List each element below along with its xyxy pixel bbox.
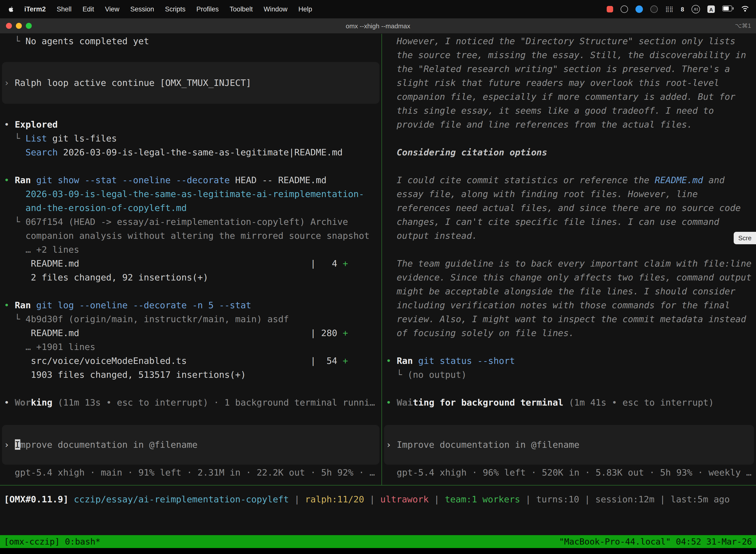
text-segment <box>4 189 25 199</box>
menu-item-shell[interactable]: Shell <box>51 5 77 13</box>
menu-item-window[interactable]: Window <box>258 5 293 13</box>
omx-status-line: [OMX#0.11.9] cczip/essay/ai-reimplementa… <box>0 492 756 506</box>
text-segment: README.md | 280 <box>4 328 342 338</box>
terminal-line: 1903 files changed, 513517 insertions(+) <box>0 368 381 382</box>
text-segment: └ <box>4 36 25 46</box>
text-segment: git status --short <box>418 355 515 366</box>
spacer <box>0 104 381 118</box>
prompt-chevron: › <box>386 439 397 450</box>
spacer <box>0 284 381 298</box>
text-segment: | <box>429 494 445 504</box>
terminal-pane-right[interactable]: However, I noticed the "Directory Struct… <box>382 34 756 485</box>
text-segment <box>563 397 569 407</box>
battery-percent-icon[interactable]: .61 <box>692 5 700 13</box>
menu-item-edit[interactable]: Edit <box>77 5 100 13</box>
menu-item-scripts[interactable]: Scripts <box>160 5 191 13</box>
menu-extra-dark-app-icon[interactable] <box>650 5 658 13</box>
text-segment: git ls-files <box>47 133 117 144</box>
spacer <box>382 382 756 396</box>
menu-extra-ring-icon[interactable] <box>621 5 628 13</box>
menu-item-view[interactable]: View <box>100 5 125 13</box>
inject-banner: › Ralph loop active continue [OMX_TMUX_I… <box>2 62 379 104</box>
terminal-line: The team guideline is to back every impo… <box>382 257 756 271</box>
text-segment: 2026-03-09-is-legal-the-same-as-legitima… <box>25 189 364 199</box>
keyboard-layout-icon[interactable]: A <box>707 5 715 13</box>
screen-recording-indicator-icon[interactable] <box>607 6 613 12</box>
text-segment: The team guideline is to back every impo… <box>386 258 752 269</box>
terminal-line: including verification notes with those … <box>382 298 756 312</box>
terminal-line: companion analysis without altering the … <box>0 229 381 243</box>
battery-icon[interactable] <box>722 5 734 13</box>
terminal-line: └ (no output) <box>382 368 756 382</box>
menu-item-help[interactable]: Help <box>293 5 318 13</box>
menu-item-session[interactable]: Session <box>125 5 160 13</box>
terminal-line: 2 files changed, 92 insertions(+) <box>0 271 381 284</box>
text-segment: HEAD -- README.md <box>230 175 326 185</box>
text-segment: Considering citation options <box>386 147 547 157</box>
tmux-session-window[interactable]: [omx-cczip] 0:bash* <box>4 537 101 547</box>
close-window-button[interactable] <box>6 23 12 29</box>
menu-item-toolbelt[interactable]: Toolbelt <box>224 5 258 13</box>
text-segment: Wai <box>397 397 413 407</box>
text-segment: src/voice/voiceModeEnabled.ts | 54 <box>4 355 342 366</box>
text-segment: Ran <box>397 355 413 366</box>
minimize-window-button[interactable] <box>16 23 22 29</box>
text-segment: essay file, along with finding root file… <box>386 189 698 199</box>
terminal-line: Considering citation options <box>382 146 756 159</box>
terminal-line: essay file, along with finding root file… <box>382 187 756 201</box>
text-segment: mprove documentation in @filename <box>20 439 197 450</box>
text-segment: review. Also, I might want to inspect th… <box>386 314 746 324</box>
menu-extra-blue-app-icon[interactable] <box>635 5 643 13</box>
text-segment: README.md <box>655 175 703 185</box>
terminal-line: └ No agents completed yet <box>0 34 381 48</box>
wifi-icon[interactable] <box>741 5 749 13</box>
grid-dots-icon[interactable]: ⣿⣿ <box>665 6 673 12</box>
spacer <box>0 382 381 396</box>
prompt-input-box[interactable]: › Improve documentation in @filename <box>384 425 754 465</box>
session-stats-line: gpt-5.4 xhigh · 96% left · 520K in · 5.8… <box>382 466 756 480</box>
terminal-bottom-gap <box>0 506 756 535</box>
text-segment: + <box>342 328 348 338</box>
text-segment: companion file, especially if more comme… <box>386 91 736 102</box>
numeral-8-status-icon[interactable]: 8 <box>681 6 684 13</box>
text-segment: including verification notes with those … <box>386 300 730 310</box>
text-segment: (no output) <box>407 369 466 380</box>
window-titlebar[interactable]: omx --xhigh --madmax ⌥⌘1 <box>0 18 756 34</box>
text-segment: ting for background terminal <box>413 397 563 407</box>
text-segment: gpt-5.4 xhigh · 96% left · 520K in · 5.8… <box>386 467 752 478</box>
prompt-input-box[interactable]: › Improve documentation in @filename <box>2 425 379 465</box>
spacer <box>0 159 381 173</box>
text-segment: and <box>703 175 725 185</box>
omx-version: [OMX#0.11.9] <box>4 494 68 504</box>
text-segment: + <box>342 355 348 366</box>
text-segment: evidence. Since this change only affects… <box>386 272 752 282</box>
text-segment: | <box>289 494 305 504</box>
screen-edge-tooltip[interactable]: Scre <box>734 232 756 244</box>
text-segment: + <box>342 258 348 269</box>
menu-item-iterm2[interactable]: iTerm2 <box>19 5 51 13</box>
text-segment <box>4 147 25 157</box>
text-segment: No agents completed yet <box>25 36 149 46</box>
text-segment <box>68 494 74 504</box>
text-segment: └ <box>4 314 25 324</box>
text-segment: 2 files changed, 92 insertions(+) <box>4 272 208 282</box>
terminal-pane-left[interactable]: └ No agents completed yet› Ralph loop ac… <box>0 34 381 485</box>
terminal-line: … +2 lines <box>0 243 381 257</box>
apple-menu-icon[interactable] <box>7 5 19 13</box>
text-segment: the "Related research writing" section i… <box>386 63 730 74</box>
text-segment: └ <box>386 369 407 380</box>
spacer <box>0 409 381 425</box>
terminal-line: references need actual files, and since … <box>382 201 756 215</box>
text-segment: Search <box>25 147 58 157</box>
text-segment: | <box>654 494 671 504</box>
turns-counter: turns:10 <box>536 494 579 504</box>
text-segment: · 1 background terminal runni… <box>208 397 375 407</box>
last-activity: last:5m ago <box>671 494 730 504</box>
menu-item-profiles[interactable]: Profiles <box>191 5 224 13</box>
zoom-window-button[interactable] <box>26 23 32 29</box>
text-segment: | <box>520 494 536 504</box>
text-segment <box>31 175 36 185</box>
bullet: • <box>4 175 15 185</box>
text-segment: gpt-5.4 xhigh · main · 91% left · 2.31M … <box>4 467 375 478</box>
text-segment: Wor <box>15 397 31 407</box>
